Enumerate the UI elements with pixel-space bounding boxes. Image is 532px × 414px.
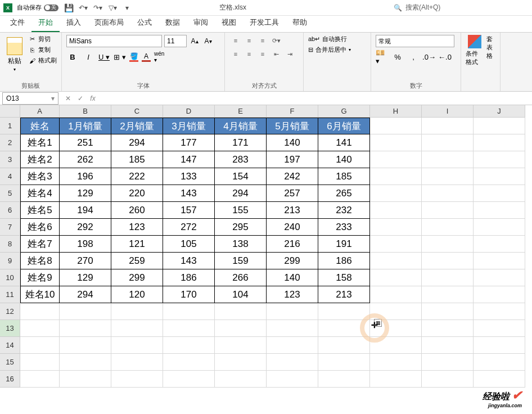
col-header-G[interactable]: G (318, 105, 370, 118)
row-header[interactable]: 10 (0, 269, 20, 286)
cell[interactable]: 姓名10 (20, 286, 60, 303)
search-box[interactable]: 🔍 搜索(Alt+Q) (389, 2, 479, 14)
cell[interactable] (20, 371, 60, 388)
cell[interactable]: 233 (318, 219, 370, 236)
cell[interactable] (267, 371, 318, 388)
cell[interactable] (422, 286, 474, 303)
cell[interactable] (111, 371, 163, 388)
format-painter-button[interactable]: 🖌格式刷 (28, 56, 57, 65)
cell[interactable] (474, 219, 525, 236)
cell[interactable]: 143 (163, 185, 215, 202)
cell[interactable]: 157 (163, 202, 215, 219)
cell[interactable]: 147 (163, 151, 215, 168)
cell[interactable] (163, 320, 215, 337)
row-header[interactable]: 16 (0, 371, 20, 388)
formula-input[interactable] (100, 93, 532, 104)
comma-icon[interactable]: , (407, 51, 420, 63)
number-format-select[interactable] (376, 35, 454, 47)
cell[interactable] (422, 118, 474, 134)
select-all-corner[interactable] (0, 105, 20, 118)
border-button[interactable]: ⊞ ▾ (114, 51, 126, 63)
cell[interactable] (111, 354, 163, 371)
cell[interactable] (370, 185, 422, 202)
cell[interactable]: 216 (267, 236, 318, 253)
cell[interactable]: 242 (267, 168, 318, 185)
cell[interactable]: 294 (111, 134, 163, 151)
cell[interactable]: 121 (111, 236, 163, 253)
cell[interactable] (474, 118, 525, 134)
cell[interactable] (422, 337, 474, 354)
font-name-select[interactable] (66, 35, 162, 47)
tab-插入[interactable]: 插入 (60, 14, 88, 32)
cell[interactable]: 295 (215, 219, 267, 236)
cell[interactable]: 265 (318, 185, 370, 202)
tab-数据[interactable]: 数据 (159, 14, 187, 32)
cell[interactable]: 260 (111, 202, 163, 219)
col-header-A[interactable]: A (20, 105, 60, 118)
cell[interactable] (422, 236, 474, 253)
currency-icon[interactable]: 💴▾ (376, 51, 388, 63)
row-header[interactable]: 1 (0, 118, 20, 134)
cell[interactable]: 257 (267, 185, 318, 202)
cell[interactable]: 143 (163, 253, 215, 269)
table-format-button[interactable]: 套 表格 (486, 35, 495, 66)
cell[interactable]: 222 (111, 168, 163, 185)
cell[interactable] (318, 320, 370, 337)
cell[interactable] (215, 303, 267, 320)
row-header[interactable]: 7 (0, 219, 20, 236)
cell[interactable]: 240 (267, 219, 318, 236)
cell[interactable]: 4月销量 (215, 118, 267, 134)
col-header-I[interactable]: I (422, 105, 474, 118)
cell[interactable]: 155 (215, 202, 267, 219)
cell[interactable]: 姓名8 (20, 253, 60, 269)
cell[interactable]: 姓名5 (20, 202, 60, 219)
save-icon[interactable]: 💾 (63, 2, 74, 14)
cell[interactable] (60, 354, 111, 371)
align-bottom-icon[interactable]: ≡ (256, 35, 269, 46)
cell[interactable]: 232 (318, 202, 370, 219)
cell[interactable] (163, 337, 215, 354)
cell[interactable]: 186 (318, 253, 370, 269)
row-header[interactable]: 5 (0, 185, 20, 202)
cell[interactable]: 140 (267, 269, 318, 286)
indent-decrease-icon[interactable]: ⇤ (270, 48, 282, 60)
cell[interactable] (370, 337, 422, 354)
cell[interactable]: 294 (215, 185, 267, 202)
cell[interactable] (215, 354, 267, 371)
cell[interactable] (474, 320, 525, 337)
cell[interactable]: 213 (318, 286, 370, 303)
tab-审阅[interactable]: 审阅 (187, 14, 215, 32)
row-header[interactable]: 8 (0, 236, 20, 253)
cell[interactable] (422, 185, 474, 202)
cell[interactable] (20, 354, 60, 371)
cell[interactable]: 185 (111, 151, 163, 168)
merge-center-button[interactable]: ⊟合并后居中 ▾ (308, 46, 366, 54)
tab-视图[interactable]: 视图 (215, 14, 243, 32)
cell[interactable]: 5月销量 (267, 118, 318, 134)
phonetic-button[interactable]: wén ▾ (154, 51, 166, 63)
cell[interactable]: 299 (111, 269, 163, 286)
cell[interactable]: 251 (60, 134, 111, 151)
cell[interactable] (370, 286, 422, 303)
autofill-options-icon[interactable]: ▦ (374, 319, 382, 327)
font-color-button[interactable]: A (142, 52, 151, 62)
col-header-B[interactable]: B (60, 105, 111, 118)
paste-button[interactable]: 粘贴 ▾ (4, 35, 25, 74)
row-header[interactable]: 6 (0, 202, 20, 219)
cell[interactable] (163, 371, 215, 388)
cell[interactable] (474, 185, 525, 202)
cell[interactable] (318, 337, 370, 354)
cell[interactable] (422, 269, 474, 286)
indent-increase-icon[interactable]: ⇥ (283, 48, 296, 60)
row-header[interactable]: 11 (0, 286, 20, 303)
cell[interactable] (20, 337, 60, 354)
cell[interactable]: 270 (60, 253, 111, 269)
cell[interactable] (60, 337, 111, 354)
cell[interactable]: 123 (111, 219, 163, 236)
cell[interactable]: 1月销量 (60, 118, 111, 134)
orientation-icon[interactable]: ⟳▾ (270, 35, 282, 46)
cell[interactable] (267, 337, 318, 354)
sheet[interactable]: ABCDEFGHIJ 1姓名1月销量2月销量3月销量4月销量5月销量6月销量2姓… (0, 105, 532, 414)
conditional-format-button[interactable]: 条件格式 (466, 35, 484, 66)
cancel-icon[interactable]: ✕ (63, 93, 73, 104)
